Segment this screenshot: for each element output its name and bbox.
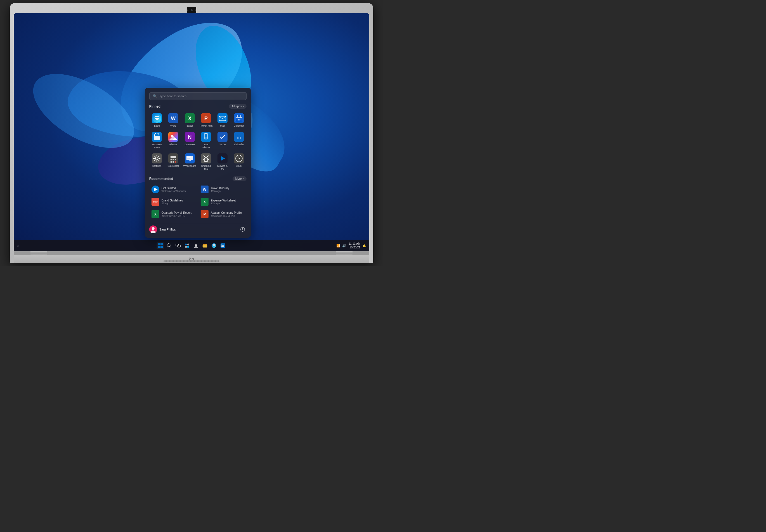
excel-label: Excel (186, 124, 193, 127)
svg-rect-16 (154, 136, 160, 140)
store-icon (152, 132, 162, 142)
start-button[interactable] (156, 242, 164, 249)
rec-travel-itinerary[interactable]: W Travel Itinerary 17m ago (198, 184, 246, 195)
more-label: More (235, 177, 242, 180)
svg-rect-38 (175, 161, 176, 163)
app-store[interactable]: Microsoft Store (149, 130, 165, 151)
taskbar-store-button[interactable] (219, 242, 226, 249)
system-tray: 📶 🔊 (336, 244, 346, 248)
adatum-profile-text: Adatum Company Profile Yesterday at 1:15… (211, 211, 242, 217)
linkedin-icon: in (234, 132, 244, 142)
all-apps-button[interactable]: All apps › (229, 104, 246, 109)
expense-worksheet-time: 12h ago (211, 202, 236, 205)
camera-led-2 (195, 9, 196, 11)
chat-button[interactable] (192, 242, 200, 249)
search-placeholder: Type here to search (159, 94, 186, 98)
app-mail[interactable]: Mail (215, 111, 230, 129)
app-movies-tv[interactable]: Movies & TV (215, 152, 230, 172)
settings-icon (152, 153, 162, 163)
power-button[interactable] (239, 225, 246, 233)
rec-get-started[interactable]: Get Started Welcome to Windows (149, 184, 197, 195)
user-avatar (149, 225, 157, 233)
svg-text:X: X (154, 212, 156, 216)
app-word[interactable]: W Word (165, 111, 181, 129)
pinned-section-header: Pinned All apps › (149, 104, 246, 109)
app-todo[interactable]: To Do (215, 130, 230, 151)
app-linkedin[interactable]: in LinkedIn (231, 130, 246, 151)
svg-rect-74 (160, 246, 163, 248)
calendar-icon: 20 (234, 113, 244, 123)
taskbar: ∧ (14, 240, 369, 251)
clock-icon (234, 153, 244, 163)
svg-rect-45 (201, 153, 211, 163)
app-clock[interactable]: Clock (231, 152, 246, 172)
svg-rect-88 (221, 245, 224, 247)
powerpoint-label: PowerPoint (200, 124, 212, 127)
travel-itinerary-icon: W (201, 186, 208, 193)
rec-adatum-profile[interactable]: P Adatum Company Profile Yesterday at 1:… (198, 208, 246, 220)
app-onenote[interactable]: N OneNote (182, 130, 197, 151)
rec-brand-guidelines[interactable]: PDF Brand Guidelines 2h ago (149, 196, 197, 207)
time-display: 11:11 AM (348, 242, 360, 246)
app-calendar[interactable]: 20 Calendar (231, 111, 246, 129)
webcam (191, 9, 193, 11)
app-powerpoint[interactable]: P PowerPoint (198, 111, 214, 129)
svg-rect-85 (203, 245, 207, 248)
laptop: 🔍 Type here to search Pinned All apps › (10, 3, 373, 263)
brand-guidelines-text: Brand Guidelines 2h ago (162, 199, 183, 205)
svg-rect-32 (170, 156, 176, 158)
svg-rect-47 (204, 161, 208, 162)
taskbar-left: ∧ (17, 244, 19, 247)
more-button[interactable]: More › (232, 176, 246, 181)
camera-led (187, 9, 188, 11)
task-view-button[interactable] (174, 242, 182, 249)
wifi-icon[interactable]: 📶 (336, 244, 340, 248)
taskbar-edge-button[interactable] (210, 242, 217, 249)
svg-line-76 (170, 246, 171, 248)
app-settings[interactable]: Settings (149, 152, 165, 172)
taskbar-search-button[interactable] (165, 242, 173, 249)
app-calculator[interactable]: Calculator (165, 152, 181, 172)
datetime-display[interactable]: 11:11 AM 10/20/21 (348, 242, 360, 249)
all-apps-arrow: › (243, 105, 243, 108)
quarterly-payroll-icon: X (151, 210, 159, 218)
whiteboard-label: Whiteboard (183, 165, 196, 168)
recommended-section-header: Recommended More › (149, 176, 246, 181)
brand-guidelines-name: Brand Guidelines (162, 199, 183, 202)
calculator-icon (168, 153, 178, 163)
rec-expense-worksheet[interactable]: X Expense Worksheet 12h ago (198, 196, 246, 207)
adatum-profile-icon: P (201, 210, 208, 218)
app-excel[interactable]: X Excel (182, 111, 197, 129)
pinned-label: Pinned (149, 105, 160, 108)
system-tray-expand[interactable]: ∧ (17, 244, 19, 247)
excel-icon: X (184, 113, 194, 123)
start-menu: 🔍 Type here to search Pinned All apps › (145, 88, 251, 238)
file-explorer-button[interactable] (201, 242, 208, 249)
svg-text:PDF: PDF (153, 201, 158, 203)
svg-text:20: 20 (237, 118, 240, 121)
recommended-label: Recommended (149, 177, 173, 181)
word-label: Word (170, 124, 176, 127)
app-your-phone[interactable]: Your Phone (198, 130, 214, 151)
widgets-button[interactable] (183, 242, 191, 249)
svg-rect-81 (185, 246, 187, 248)
rec-quarterly-payroll[interactable]: X Quarterly Payroll Report Yesterday at … (149, 208, 197, 220)
notification-icon[interactable]: 🔔 (362, 244, 366, 247)
edge-label: Edge (154, 124, 160, 127)
app-photos[interactable]: Photos (165, 130, 181, 151)
svg-text:P: P (204, 116, 208, 121)
clock-label: Clock (236, 165, 242, 168)
svg-rect-33 (170, 159, 172, 160)
svg-rect-34 (172, 159, 174, 160)
app-edge[interactable]: Edge (149, 111, 165, 129)
user-info[interactable]: Sara Philips (149, 225, 176, 233)
app-snipping-tool[interactable]: Snipping Tool (198, 152, 214, 172)
volume-icon[interactable]: 🔊 (342, 244, 346, 248)
word-icon: W (168, 113, 178, 123)
expense-worksheet-icon: X (201, 198, 208, 206)
search-bar[interactable]: 🔍 Type here to search (149, 92, 246, 100)
laptop-hinges (14, 251, 369, 255)
powerpoint-icon: P (201, 113, 211, 123)
svg-rect-71 (158, 243, 160, 245)
app-whiteboard[interactable]: Whiteboard (182, 152, 197, 172)
